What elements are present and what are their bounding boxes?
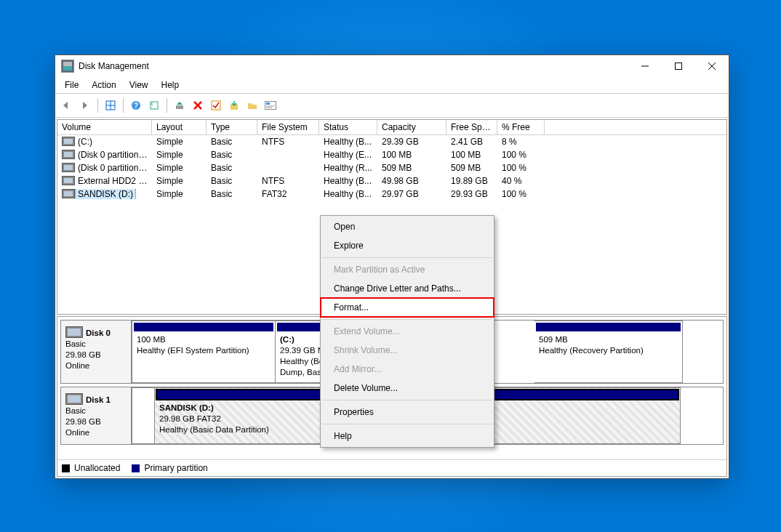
disk-label[interactable]: Disk 0Basic29.98 GBOnline	[61, 321, 132, 383]
eject-icon[interactable]	[172, 98, 187, 113]
app-icon	[61, 60, 74, 73]
svg-rect-9	[151, 102, 158, 109]
check-icon[interactable]	[209, 98, 223, 113]
menu-item-change-drive-letter-and-paths[interactable]: Change Drive Letter and Paths...	[321, 279, 494, 298]
menu-item-add-mirror: Add Mirror...	[321, 360, 494, 379]
titlebar[interactable]: Disk Management	[55, 55, 729, 77]
drive-icon	[62, 189, 75, 198]
menu-item-help[interactable]: Help	[321, 427, 494, 446]
folder-icon[interactable]	[245, 98, 260, 113]
legend-swatch	[62, 464, 70, 472]
column-header[interactable]: Status	[319, 120, 377, 134]
column-header[interactable]: Type	[207, 120, 257, 134]
menu-help[interactable]: Help	[155, 78, 186, 92]
import-icon[interactable]	[227, 98, 241, 113]
column-header[interactable]: File System	[257, 120, 319, 134]
toolbar: ?	[55, 94, 729, 118]
menu-item-delete-volume[interactable]: Delete Volume...	[321, 379, 494, 398]
column-header[interactable]: Free Spa...	[446, 120, 497, 134]
partition[interactable]	[132, 387, 155, 444]
partition[interactable]: 509 MBHealthy (Recovery Partition)	[534, 321, 683, 383]
properties-icon[interactable]	[263, 98, 278, 113]
disk-icon	[65, 393, 83, 405]
column-header[interactable]: % Free	[497, 120, 545, 134]
disk-icon	[65, 326, 83, 338]
window-title: Disk Management	[79, 61, 149, 71]
menu-item-mark-partition-as-active: Mark Partition as Active	[321, 260, 494, 279]
volume-row[interactable]: (C:)SimpleBasicNTFSHealthy (B...29.39 GB…	[57, 135, 726, 148]
legend-swatch	[132, 464, 140, 472]
drive-icon	[62, 137, 75, 146]
volume-row[interactable]: (Disk 0 partition 1)SimpleBasicHealthy (…	[57, 148, 726, 161]
menu-item-shrink-volume: Shrink Volume...	[321, 341, 494, 360]
delete-icon[interactable]	[191, 98, 205, 113]
legend-label: Unallocated	[74, 463, 120, 473]
svg-rect-1	[676, 63, 682, 70]
back-icon[interactable]	[60, 98, 74, 113]
menu-item-explore[interactable]: Explore	[321, 236, 494, 255]
grid-icon[interactable]	[103, 98, 118, 113]
refresh-icon[interactable]	[147, 98, 161, 113]
forward-icon[interactable]	[78, 98, 92, 113]
volume-row[interactable]: SANDISK (D:)SimpleBasicFAT32Healthy (B..…	[57, 188, 726, 201]
drive-icon	[62, 163, 75, 172]
column-header[interactable]: Volume	[57, 120, 152, 134]
partition[interactable]: 100 MBHealthy (EFI System Partition)	[132, 321, 276, 383]
svg-rect-10	[176, 105, 183, 109]
minimize-button[interactable]	[628, 55, 662, 77]
svg-rect-13	[212, 101, 220, 110]
menu-item-format[interactable]: Format...	[321, 298, 494, 317]
volume-row[interactable]: External HDD2 (E:)SimpleBasicNTFSHealthy…	[57, 174, 726, 188]
disk-label[interactable]: Disk 1Basic29.98 GBOnline	[61, 387, 132, 444]
menu-item-open[interactable]: Open	[321, 217, 494, 236]
close-button[interactable]	[695, 55, 729, 77]
menubar: File Action View Help	[55, 77, 729, 93]
maximize-button[interactable]	[662, 55, 695, 77]
column-header[interactable]: Capacity	[377, 120, 446, 134]
svg-text:?: ?	[134, 102, 138, 110]
menu-item-extend-volume: Extend Volume...	[321, 322, 494, 341]
column-header[interactable]: Layout	[152, 120, 207, 134]
drive-icon	[62, 150, 75, 159]
help-icon[interactable]: ?	[129, 98, 143, 113]
volume-row[interactable]: (Disk 0 partition 4)SimpleBasicHealthy (…	[57, 161, 726, 174]
context-menu: OpenExploreMark Partition as ActiveChang…	[320, 215, 494, 448]
menu-file[interactable]: File	[58, 78, 85, 92]
drive-icon	[62, 176, 75, 185]
menu-action[interactable]: Action	[85, 78, 122, 92]
legend: UnallocatedPrimary partition	[57, 459, 726, 476]
legend-label: Primary partition	[144, 463, 207, 473]
menu-item-properties[interactable]: Properties	[321, 403, 494, 422]
svg-rect-16	[266, 102, 270, 105]
menu-view[interactable]: View	[123, 78, 155, 92]
